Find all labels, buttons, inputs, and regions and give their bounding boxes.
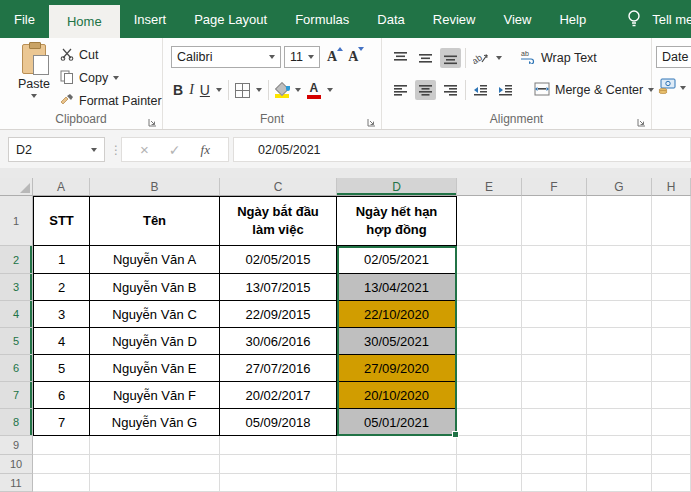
cell-E10[interactable] [457,455,522,474]
alignment-dialog-launcher-icon[interactable] [636,114,647,125]
select-all-corner[interactable] [0,178,33,196]
cell-C9[interactable] [220,436,337,455]
tell-me-box[interactable]: Tell me what you [626,0,691,38]
cell-F3[interactable] [522,274,587,301]
cell-G7[interactable] [587,382,652,409]
cell-C4[interactable]: 22/09/2015 [220,301,337,328]
accounting-format-button[interactable] [658,78,686,98]
cell-A8[interactable]: 7 [33,409,90,436]
cell-E2[interactable] [457,246,522,274]
align-right-button[interactable] [440,80,461,100]
tab-home[interactable]: Home [49,5,120,38]
row-header-6[interactable]: 6 [0,355,33,382]
cell-E1[interactable] [457,196,522,246]
cell-G10[interactable] [587,455,652,474]
column-header-E[interactable]: E [457,178,522,196]
column-header-D[interactable]: D [337,178,457,196]
cell-E9[interactable] [457,436,522,455]
row-header-1[interactable]: 1 [0,196,33,246]
cell-B10[interactable] [90,455,220,474]
cell-A11[interactable] [33,474,90,492]
column-header-G[interactable]: G [587,178,652,196]
cell-A4[interactable]: 3 [33,301,90,328]
tab-view[interactable]: View [489,0,545,38]
cell-B3[interactable]: Nguyễn Văn B [90,274,220,301]
tab-page-layout[interactable]: Page Layout [180,0,281,38]
cell-A5[interactable]: 4 [33,328,90,355]
formula-input[interactable]: 02/05/2021 [233,137,691,162]
insert-function-icon[interactable]: fx [201,142,210,158]
tab-data[interactable]: Data [363,0,418,38]
cell-A6[interactable]: 5 [33,355,90,382]
clipboard-dialog-launcher-icon[interactable] [147,114,158,125]
bold-button[interactable]: B [173,82,183,98]
cell-H3[interactable] [652,274,691,301]
orientation-caret[interactable] [496,56,502,60]
format-painter-button[interactable]: Format Painter [60,92,162,110]
column-header-C[interactable]: C [220,178,337,196]
wrap-text-button[interactable]: ab Wrap Text [520,50,597,67]
font-name-combo[interactable]: Calibri [171,46,281,68]
cell-F4[interactable] [522,301,587,328]
align-top-button[interactable] [390,48,411,68]
tab-formulas[interactable]: Formulas [281,0,363,38]
cell-F11[interactable] [522,474,587,492]
cell-H2[interactable] [652,246,691,274]
align-center-button[interactable] [415,80,436,100]
cell-E6[interactable] [457,355,522,382]
align-bottom-button[interactable] [440,48,461,68]
cell-E11[interactable] [457,474,522,492]
cell-D11[interactable] [337,474,457,492]
cell-G11[interactable] [587,474,652,492]
cell-D10[interactable] [337,455,457,474]
underline-caret[interactable] [216,88,222,92]
cell-D3[interactable]: 13/04/2021 [337,274,457,301]
name-box[interactable]: D2 [8,137,105,162]
cell-G9[interactable] [587,436,652,455]
cell-D1[interactable]: Ngày hết hạn hợp đồng [337,196,457,246]
cell-B4[interactable]: Nguyễn Văn C [90,301,220,328]
cell-E5[interactable] [457,328,522,355]
cell-B5[interactable]: Nguyễn Văn D [90,328,220,355]
paste-dropdown-caret[interactable] [31,94,37,98]
cell-C11[interactable] [220,474,337,492]
column-header-A[interactable]: A [33,178,90,196]
column-header-B[interactable]: B [90,178,220,196]
cell-G3[interactable] [587,274,652,301]
cell-G2[interactable] [587,246,652,274]
copy-button[interactable]: Copy [60,69,162,87]
cell-F9[interactable] [522,436,587,455]
cell-D4[interactable]: 22/10/2020 [337,301,457,328]
paste-button[interactable]: Paste [12,44,56,118]
cell-A7[interactable]: 6 [33,382,90,409]
cell-B2[interactable]: Nguyễn Văn A [90,246,220,274]
row-header-11[interactable]: 11 [0,474,33,492]
cell-A1[interactable]: STT [33,196,90,246]
cell-C1[interactable]: Ngày bắt đầu làm việc [220,196,337,246]
cell-C6[interactable]: 27/07/2016 [220,355,337,382]
row-header-9[interactable]: 9 [0,436,33,455]
cell-C2[interactable]: 02/05/2015 [220,246,337,274]
row-header-7[interactable]: 7 [0,382,33,409]
row-header-8[interactable]: 8 [0,409,33,436]
row-header-4[interactable]: 4 [0,301,33,328]
cell-C5[interactable]: 30/06/2016 [220,328,337,355]
increase-font-size-button[interactable]: A [323,48,341,66]
cell-B1[interactable]: Tên [90,196,220,246]
cell-B11[interactable] [90,474,220,492]
increase-indent-button[interactable] [495,80,516,100]
tab-insert[interactable]: Insert [120,0,181,38]
cell-H7[interactable] [652,382,691,409]
cell-D9[interactable] [337,436,457,455]
cell-F8[interactable] [522,409,587,436]
underline-button[interactable]: U [200,82,210,98]
row-header-5[interactable]: 5 [0,328,33,355]
cell-H9[interactable] [652,436,691,455]
name-box-caret[interactable] [91,148,97,152]
orientation-button[interactable]: ab [470,48,492,68]
row-header-10[interactable]: 10 [0,455,33,474]
cell-B6[interactable]: Nguyễn Văn E [90,355,220,382]
borders-button[interactable] [235,83,250,98]
cell-F1[interactable] [522,196,587,246]
cell-G4[interactable] [587,301,652,328]
